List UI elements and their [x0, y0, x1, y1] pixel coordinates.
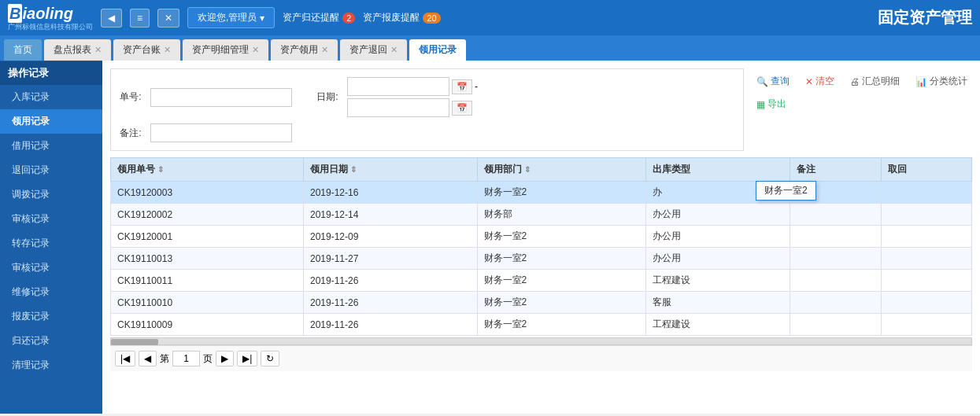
sidebar-item-audit2[interactable]: 审核记录	[0, 256, 102, 280]
main-content: 单号: 日期: 📅 - 📅	[102, 61, 980, 414]
cell-date: 2019-11-27	[303, 248, 477, 270]
tab-asset-use-close[interactable]: ✕	[321, 45, 328, 55]
sidebar-item-scrap[interactable]: 报废记录	[0, 304, 102, 329]
label-remark: 备注:	[119, 127, 142, 140]
prev-page-button[interactable]: ◀	[139, 351, 157, 366]
pagination: |◀ ◀ 第 页 ▶ ▶| ↻	[110, 345, 972, 371]
category-button[interactable]: 📊 分类统计	[911, 72, 972, 90]
cell-return	[881, 204, 971, 226]
sidebar-item-return[interactable]: 退回记录	[0, 158, 102, 182]
excel-icon: ▦	[756, 99, 765, 110]
cell-return	[881, 292, 971, 314]
tab-asset-ledger[interactable]: 资产台账 ✕	[113, 39, 180, 61]
cell-type: 办公用	[646, 204, 790, 226]
cell-type: 客服	[646, 292, 790, 314]
col-header-remark[interactable]: 备注	[790, 158, 881, 182]
sidebar-item-store[interactable]: 转存记录	[0, 231, 102, 256]
table-row[interactable]: CK19110009 2019-11-26 财务一室2 工程建设	[111, 314, 972, 336]
date-separator: -	[475, 81, 478, 92]
next-page-button[interactable]: ▶	[216, 351, 234, 366]
cell-id: CK19110010	[111, 292, 304, 314]
sidebar-item-use[interactable]: 领用记录	[0, 109, 102, 134]
tab-asset-use[interactable]: 资产领用 ✕	[271, 39, 338, 61]
col-header-id[interactable]: 领用单号 ⇕	[111, 158, 304, 182]
date-from-picker[interactable]: 📅	[452, 79, 472, 94]
main-layout: 操作记录 入库记录 领用记录 借用记录 退回记录 调拨记录 审核记录 转存记录 …	[0, 61, 980, 414]
export-button[interactable]: ▦ 导出	[752, 95, 791, 113]
alert-scrap[interactable]: 资产报废提醒 20	[363, 11, 440, 24]
date-to-input[interactable]	[347, 98, 449, 117]
query-button[interactable]: 🔍 查询	[752, 72, 794, 90]
number-input[interactable]	[150, 88, 292, 107]
sidebar-item-repair[interactable]: 维修记录	[0, 280, 102, 304]
table-row[interactable]: CK19110010 2019-11-26 财务一室2 客服	[111, 292, 972, 314]
table-row[interactable]: CK19110011 2019-11-26 财务一室2 工程建设	[111, 270, 972, 292]
sort-icon-id: ⇕	[157, 165, 164, 174]
summary-button[interactable]: 🖨 汇总明细	[845, 72, 904, 90]
sidebar-item-borrow[interactable]: 借用记录	[0, 134, 102, 158]
col-header-dept[interactable]: 领用部门 ⇕	[477, 158, 646, 182]
sidebar-group-label: 操作记录	[0, 61, 102, 85]
cell-id: CK19120003	[111, 182, 304, 204]
table-row[interactable]: CK19120003 2019-12-16 财务一室2 办	[111, 182, 972, 204]
date-from-input[interactable]	[347, 77, 449, 96]
sidebar-item-clean[interactable]: 清理记录	[0, 353, 102, 377]
tab-inventory[interactable]: 盘点报表 ✕	[44, 39, 111, 61]
header: Biaoling 广州标领信息科技有限公司 ◀ ≡ ✕ 欢迎您,管理员 ▾ 资产…	[0, 0, 980, 35]
nav-close-button[interactable]: ✕	[157, 9, 179, 28]
cell-id: CK19110009	[111, 314, 304, 336]
tab-asset-detail[interactable]: 资产明细管理 ✕	[183, 39, 268, 61]
cell-return	[881, 248, 971, 270]
logo-subtitle: 广州标领信息科技有限公司	[8, 23, 93, 31]
last-page-button[interactable]: ▶|	[237, 351, 257, 366]
cell-return	[881, 226, 971, 248]
table-row[interactable]: CK19120001 2019-12-09 财务一室2 办公用	[111, 226, 972, 248]
alert-return-text: 资产归还提醒	[283, 11, 339, 24]
tab-asset-detail-label: 资产明细管理	[192, 43, 249, 57]
tab-asset-ledger-label: 资产台账	[123, 43, 161, 57]
page-number-input[interactable]	[172, 351, 200, 366]
sidebar: 操作记录 入库记录 领用记录 借用记录 退回记录 调拨记录 审核记录 转存记录 …	[0, 61, 102, 414]
col-header-type[interactable]: 出库类型	[646, 158, 790, 182]
col-header-return[interactable]: 取回	[881, 158, 971, 182]
tab-asset-return-close[interactable]: ✕	[390, 45, 398, 55]
sidebar-item-returnback[interactable]: 归还记录	[0, 329, 102, 353]
nav-menu-button[interactable]: ≡	[130, 9, 150, 28]
tab-use-record[interactable]: 领用记录	[409, 39, 466, 61]
alert-return[interactable]: 资产归还提醒 2	[283, 11, 355, 24]
cell-date: 2019-11-26	[303, 314, 477, 336]
sidebar-item-transfer[interactable]: 调拨记录	[0, 182, 102, 207]
col-header-date[interactable]: 领用日期 ⇕	[303, 158, 477, 182]
clear-button[interactable]: ✕ 清空	[801, 72, 839, 90]
cell-return	[881, 182, 971, 204]
tab-asset-detail-close[interactable]: ✕	[252, 45, 259, 55]
date-to-picker[interactable]: 📅	[452, 101, 472, 116]
tab-use-record-label: 领用记录	[419, 43, 457, 57]
tab-asset-return-label: 资产退回	[349, 43, 387, 57]
refresh-button[interactable]: ↻	[261, 351, 279, 366]
sidebar-item-audit1[interactable]: 审核记录	[0, 207, 102, 231]
cell-id: CK19120001	[111, 226, 304, 248]
tab-inventory-close[interactable]: ✕	[94, 45, 102, 55]
welcome-dropdown[interactable]: 欢迎您,管理员 ▾	[187, 7, 275, 28]
search-form: 单号: 日期: 📅 - 📅	[110, 68, 744, 151]
first-page-button[interactable]: |◀	[115, 351, 135, 366]
sidebar-item-inbound[interactable]: 入库记录	[0, 85, 102, 109]
cell-type: 办公用	[646, 226, 790, 248]
welcome-text: 欢迎您,管理员	[198, 11, 257, 24]
sort-icon-dept: ⇕	[524, 165, 531, 174]
cell-id: CK19110011	[111, 270, 304, 292]
cell-type: 办公用	[646, 248, 790, 270]
tab-asset-ledger-close[interactable]: ✕	[164, 45, 171, 55]
tab-home[interactable]: 首页	[4, 39, 42, 61]
nav-back-button[interactable]: ◀	[101, 9, 122, 28]
cell-date: 2019-11-26	[303, 270, 477, 292]
remark-input[interactable]	[150, 123, 292, 142]
horizontal-scrollbar[interactable]	[110, 337, 972, 345]
cell-id: CK19120002	[111, 204, 304, 226]
tab-asset-return[interactable]: 资产退回 ✕	[340, 39, 407, 61]
table-row[interactable]: CK19120002 2019-12-14 财务部 办公用	[111, 204, 972, 226]
alert-scrap-badge: 20	[423, 13, 440, 24]
table-row[interactable]: CK19110013 2019-11-27 财务一室2 办公用	[111, 248, 972, 270]
sort-icon-date: ⇕	[350, 165, 357, 174]
